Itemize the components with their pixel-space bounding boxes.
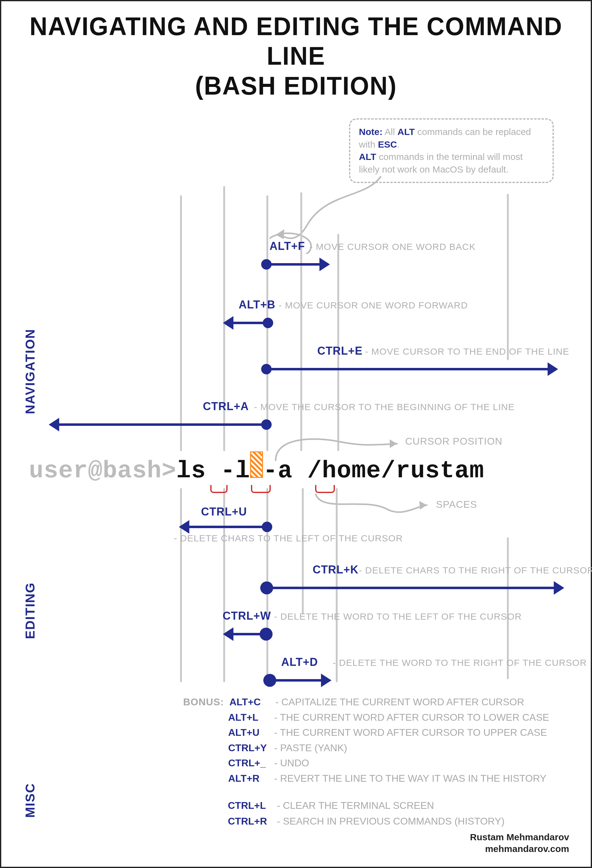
title-line-2: (BASH EDITION) — [195, 71, 397, 100]
desc-alt-d: - DELETE THE WORD TO THE RIGHT OF THE CU… — [333, 658, 587, 668]
arrow-ctrl-e — [266, 368, 556, 371]
desc-ctrl-e: - MOVE CURSOR TO THE END OF THE LINE — [365, 346, 569, 357]
svg-marker-2 — [390, 439, 397, 448]
misc-desc-1: - SEARCH IN PREVIOUS COMMANDS (HISTORY) — [277, 816, 505, 827]
bonus-desc-1: - THE CURRENT WORD AFTER CURSOR TO LOWER… — [274, 712, 549, 723]
bonus-row-3: CTRL+Y - PASTE (YANK) — [183, 740, 566, 756]
row-alt-f: ALT+F - MOVE CURSOR ONE WORD BACK — [1, 242, 591, 279]
key-ctrl-k: CTRL+K — [313, 563, 358, 576]
bonus-row-2: ALT+U - THE CURRENT WORD AFTER CURSOR TO… — [183, 725, 566, 740]
bonus-key-3: CTRL+Y — [228, 740, 271, 756]
key-alt-f: ALT+F — [269, 240, 305, 252]
space-bracket-2 — [251, 485, 271, 493]
arrow-ctrl-a — [50, 424, 266, 426]
arrow-alt-d — [269, 679, 330, 682]
cursor-position-label: CURSOR POSITION — [405, 436, 502, 447]
bonus-row-1: ALT+L - THE CURRENT WORD AFTER CURSOR TO… — [183, 710, 566, 725]
page-title: NAVIGATING AND EDITING THE COMMAND LINE … — [20, 12, 572, 101]
space-bracket-1 — [210, 485, 228, 493]
arrow-ctrl-w — [225, 633, 266, 635]
arrow-alt-b — [225, 322, 268, 324]
key-ctrl-a: CTRL+A — [203, 400, 249, 413]
note-esc: ESC — [378, 139, 397, 149]
misc-row-0: CTRL+L - CLEAR THE TERMINAL SCREEN — [228, 798, 566, 813]
misc-key-0: CTRL+L — [228, 798, 274, 813]
bonus-desc-2: - THE CURRENT WORD AFTER CURSOR TO UPPER… — [274, 727, 547, 738]
bonus-key-5: ALT+R — [228, 771, 271, 786]
bonus-key-4: CTRL+_ — [228, 756, 271, 771]
row-ctrl-w: CTRL+W - DELETE THE WORD TO THE LEFT OF … — [1, 611, 591, 648]
credit-name: Rustam Mehmandarov — [470, 832, 569, 842]
note-text-1a: All — [385, 127, 397, 137]
credit-site: mehmandarov.com — [485, 844, 569, 854]
bonus-key-2: ALT+U — [228, 725, 271, 740]
bonus-block: BONUS: ALT+C - CAPITALIZE THE CURRENT WO… — [183, 695, 566, 786]
misc-desc-0: - CLEAR THE TERMINAL SCREEN — [277, 800, 434, 811]
arrow-ctrl-k — [266, 587, 562, 589]
key-alt-d: ALT+D — [281, 656, 318, 669]
desc-ctrl-w: - DELETE THE WORD TO THE LEFT OF THE CUR… — [274, 611, 522, 622]
cli-post: -a /home/rustam — [263, 457, 484, 484]
key-ctrl-e: CTRL+E — [317, 344, 363, 357]
bonus-lead: BONUS: — [183, 696, 224, 707]
bonus-row-0: BONUS: ALT+C - CAPITALIZE THE CURRENT WO… — [183, 695, 566, 710]
note-alt-2: ALT — [359, 152, 376, 162]
bonus-desc-4: - UNDO — [274, 757, 309, 769]
note-alt: ALT — [397, 127, 415, 137]
row-ctrl-u: CTRL+U - DELETE CHARS TO THE LEFT OF THE… — [1, 506, 591, 543]
note-box: Note: All ALT commands can be replaced w… — [349, 118, 554, 183]
credit: Rustam Mehmandarov mehmandarov.com — [470, 831, 569, 855]
section-misc-label: MISC — [23, 783, 38, 818]
key-ctrl-u: CTRL+U — [201, 505, 247, 518]
row-ctrl-k: CTRL+K - DELETE CHARS TO THE RIGHT OF TH… — [1, 565, 591, 602]
bonus-desc-0: - CAPITALIZE THE CURRENT WORD AFTER CURS… — [275, 696, 524, 707]
arrow-alt-f — [266, 263, 328, 266]
arrow-ctrl-u — [181, 526, 267, 528]
bonus-desc-3: - PASTE (YANK) — [274, 742, 347, 753]
bonus-desc-5: - REVERT THE LINE TO THE WAY IT WAS IN T… — [274, 773, 546, 784]
row-alt-d: ALT+D - DELETE THE WORD TO THE RIGHT OF … — [1, 658, 591, 695]
key-alt-b: ALT+B — [239, 298, 275, 311]
command-line: user@bash>ls -l-a /home/rustam — [29, 453, 572, 484]
desc-ctrl-u: - DELETE CHARS TO THE LEFT OF THE CURSOR — [174, 533, 403, 543]
title-line-1: NAVIGATING AND EDITING THE COMMAND LINE — [30, 12, 563, 70]
key-ctrl-w: CTRL+W — [223, 610, 271, 622]
misc-key-1: CTRL+R — [228, 813, 274, 829]
cli-pre: ls -l — [176, 457, 250, 484]
cli-prompt: user@bash> — [29, 457, 176, 484]
misc-block: CTRL+L - CLEAR THE TERMINAL SCREEN CTRL+… — [228, 798, 566, 829]
desc-alt-f: - MOVE CURSOR ONE WORD BACK — [309, 242, 476, 252]
bonus-key-0: ALT+C — [229, 695, 272, 710]
note-text-2: commands in the terminal will most likel… — [359, 152, 522, 174]
cursor-icon — [250, 452, 263, 478]
desc-ctrl-k: - DELETE CHARS TO THE RIGHT OF THE CURSO… — [359, 565, 592, 576]
desc-ctrl-a: - MOVE THE CURSOR TO THE BEGINNING OF TH… — [254, 402, 515, 412]
cheatsheet-page: NAVIGATING AND EDITING THE COMMAND LINE … — [0, 0, 592, 868]
note-lead: Note: — [359, 127, 383, 137]
bonus-row-4: CTRL+_ - UNDO — [183, 756, 566, 771]
bonus-row-5: ALT+R - REVERT THE LINE TO THE WAY IT WA… — [183, 771, 566, 786]
bonus-key-1: ALT+L — [228, 710, 271, 725]
desc-alt-b: - MOVE CURSOR ONE WORD FORWARD — [279, 300, 468, 311]
note-text-1c: . — [397, 139, 399, 149]
misc-row-1: CTRL+R - SEARCH IN PREVIOUS COMMANDS (HI… — [228, 813, 566, 829]
row-ctrl-e: CTRL+E - MOVE CURSOR TO THE END OF THE L… — [1, 346, 591, 383]
row-alt-b: ALT+B - MOVE CURSOR ONE WORD FORWARD — [1, 300, 591, 337]
